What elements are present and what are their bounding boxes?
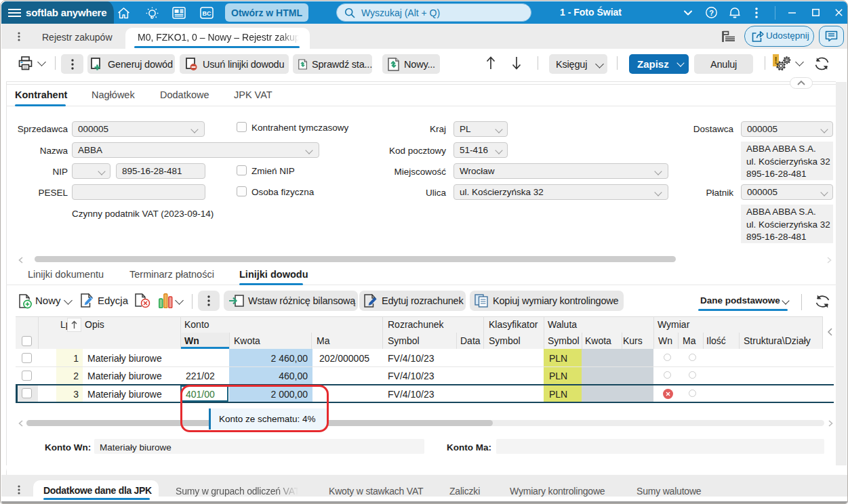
svg-text:BC: BC [203,10,211,17]
svg-text:?: ? [709,9,714,17]
